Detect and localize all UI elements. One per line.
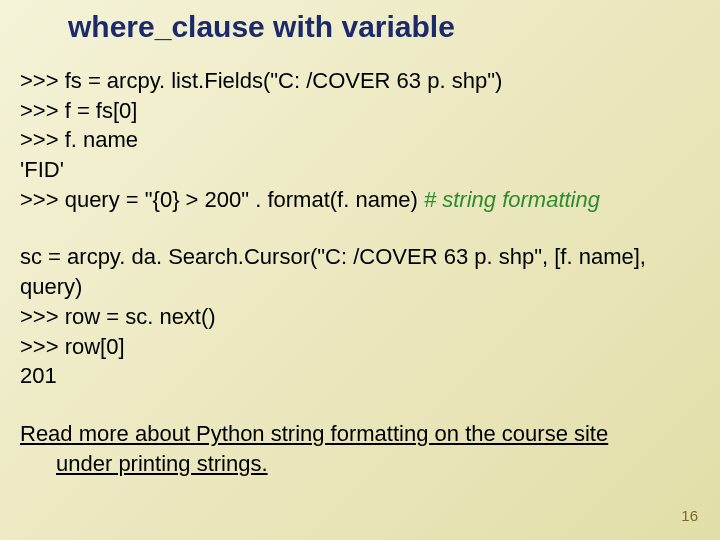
code-text: >>> query = "{0} > 200" . format(f. name… [20, 187, 424, 212]
reference-link: Read more about Python string formatting… [0, 419, 720, 478]
code-line: >>> f = fs[0] [20, 96, 710, 126]
code-line: sc = arcpy. da. Search.Cursor("C: /COVER… [20, 242, 710, 301]
code-line: 'FID' [20, 155, 710, 185]
slide-title: where_clause with variable [0, 0, 720, 44]
code-block-2: sc = arcpy. da. Search.Cursor("C: /COVER… [0, 242, 720, 390]
code-line: >>> f. name [20, 125, 710, 155]
link-line-1: Read more about Python string formatting… [20, 419, 710, 449]
code-block-1: >>> fs = arcpy. list.Fields("C: /COVER 6… [0, 66, 720, 214]
code-line: >>> query = "{0} > 200" . format(f. name… [20, 185, 710, 215]
page-number: 16 [681, 507, 698, 524]
code-line: >>> row = sc. next() [20, 302, 710, 332]
code-line: >>> fs = arcpy. list.Fields("C: /COVER 6… [20, 66, 710, 96]
code-comment: # string formatting [424, 187, 600, 212]
link-line-2: under printing strings. [20, 449, 710, 479]
code-line: 201 [20, 361, 710, 391]
code-line: >>> row[0] [20, 332, 710, 362]
